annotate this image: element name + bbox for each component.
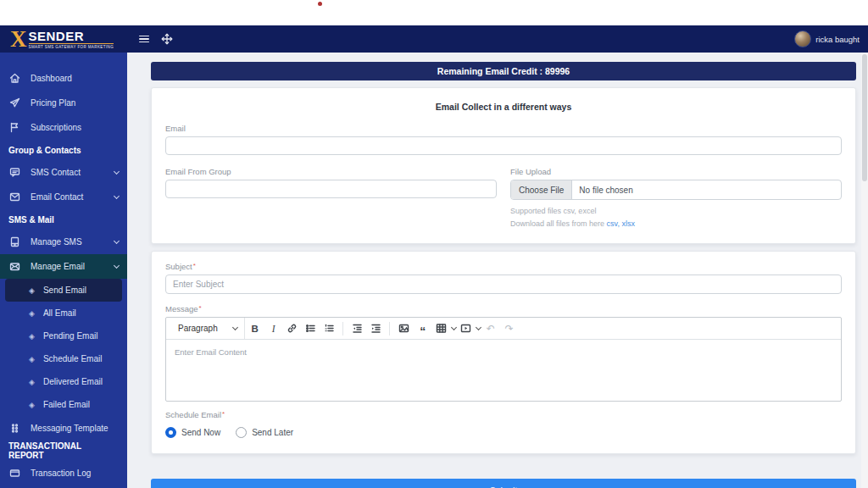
flag-icon — [8, 122, 20, 133]
sidebar-subitem-pending-email[interactable]: ◈ Pending Email — [0, 324, 127, 347]
italic-button[interactable]: I — [265, 320, 282, 337]
main-content: Remaining Email Credit : 89996 Email Col… — [127, 53, 868, 488]
radio-selected-icon — [165, 427, 176, 438]
browser-top-strip — [0, 0, 868, 25]
app-header: X SENDER SMART SMS GATEWAY FOR MARKETING… — [0, 25, 868, 53]
file-upload-input[interactable]: Choose File No file chosen — [510, 180, 842, 200]
remaining-credit-banner: Remaining Email Credit : 89996 — [151, 62, 856, 80]
user-avatar — [794, 30, 811, 47]
required-asterisk: * — [193, 262, 196, 269]
email-from-group-input[interactable] — [165, 180, 497, 198]
media-icon — [458, 320, 475, 337]
sidebar-item-messaging-template[interactable]: Messaging Template — [0, 416, 127, 441]
chevron-down-icon — [114, 192, 120, 198]
bold-button[interactable]: B — [247, 320, 264, 337]
editor-toolbar: Paragraph B I — [166, 318, 841, 340]
submit-button[interactable]: Submit — [151, 479, 856, 488]
sidebar-item-pricing-plan[interactable]: Pricing Plan — [0, 91, 127, 115]
radio-unselected-icon — [236, 427, 247, 438]
sidebar: Dashboard Pricing Plan Subscriptions Gro… — [0, 53, 127, 488]
diamond-icon: ◈ — [29, 332, 35, 341]
mail-open-icon — [8, 261, 20, 272]
logo-name: SENDER — [29, 30, 114, 42]
sidebar-section-transactional-report: TRANSACTIONAL REPORT — [0, 441, 127, 461]
email-from-group-label: Email From Group — [165, 167, 497, 176]
diamond-icon: ◈ — [29, 309, 35, 318]
sidebar-item-manage-email[interactable]: Manage Email — [0, 254, 127, 279]
send-later-radio[interactable]: Send Later — [236, 427, 293, 438]
email-collect-card: Email Collect in a different ways Email … — [151, 87, 856, 244]
record-dot-icon — [318, 2, 322, 6]
sms-device-icon — [8, 236, 20, 247]
chevron-down-icon — [114, 168, 120, 174]
diamond-icon: ◈ — [29, 378, 35, 386]
sidebar-subitem-schedule-email[interactable]: ◈ Schedule Email — [0, 347, 127, 370]
page-scrollbar[interactable] — [861, 53, 868, 488]
chevron-down-icon — [114, 237, 120, 243]
sidebar-item-transaction-log[interactable]: Transaction Log — [0, 461, 127, 485]
card-icon — [8, 468, 20, 479]
sidebar-item-manage-sms[interactable]: Manage SMS — [0, 230, 127, 254]
sidebar-item-email-contact[interactable]: Email Contact — [0, 185, 127, 209]
download-csv-xlsx-link[interactable]: csv, xlsx — [607, 219, 635, 228]
app-logo[interactable]: X SENDER SMART SMS GATEWAY FOR MARKETING — [0, 28, 127, 50]
grid-dots-icon — [8, 423, 20, 434]
toolbar-separator — [389, 322, 390, 336]
diamond-icon: ◈ — [29, 401, 35, 409]
send-now-radio[interactable]: Send Now — [165, 427, 220, 438]
message-editor-area[interactable]: Enter Email Content — [166, 340, 841, 401]
sidebar-item-dashboard[interactable]: Dashboard — [0, 66, 127, 91]
sidebar-subitem-send-email[interactable]: ◈ Send Email — [5, 279, 122, 302]
link-button[interactable] — [284, 320, 301, 337]
toolbar-separator — [342, 322, 343, 336]
logo-tagline: SMART SMS GATEWAY FOR MARKETING — [29, 43, 114, 49]
sidebar-item-sms-contact[interactable]: SMS Contact — [0, 160, 127, 185]
diamond-icon: ◈ — [29, 355, 35, 363]
insert-media-dropdown[interactable] — [456, 320, 481, 337]
paragraph-style-dropdown[interactable]: Paragraph — [171, 318, 245, 339]
compose-email-card: Subject* Message* Paragraph B I — [151, 251, 856, 454]
rich-text-editor: Paragraph B I — [165, 317, 842, 402]
message-label: Message* — [165, 304, 842, 313]
envelope-icon — [8, 191, 20, 202]
download-files-hint: Download all files from here csv, xlsx — [510, 219, 842, 228]
required-asterisk: * — [199, 304, 202, 312]
user-menu[interactable]: ricka baught — [794, 30, 860, 47]
sidebar-section-group-contacts: Group & Contacts — [0, 140, 127, 160]
schedule-email-label: Schedule Email* — [165, 410, 842, 419]
bullet-list-button[interactable] — [303, 320, 320, 337]
file-upload-label: File Upload — [510, 167, 842, 176]
indent-button[interactable] — [368, 320, 385, 337]
collect-card-title: Email Collect in a different ways — [165, 102, 842, 112]
chat-icon — [8, 167, 20, 178]
user-name: ricka baught — [815, 35, 860, 44]
email-input[interactable] — [165, 136, 842, 155]
redo-button[interactable]: ↷ — [501, 320, 518, 337]
paper-plane-icon — [8, 97, 20, 108]
move-arrows-icon[interactable] — [161, 33, 173, 45]
home-icon — [8, 73, 20, 84]
subject-label: Subject* — [165, 262, 842, 271]
menu-toggle-icon[interactable] — [139, 36, 149, 43]
table-icon — [433, 320, 450, 337]
sidebar-subitem-delivered-email[interactable]: ◈ Delivered Email — [0, 370, 127, 393]
scrollbar-thumb[interactable] — [862, 54, 867, 181]
sidebar-item-subscriptions[interactable]: Subscriptions — [0, 115, 127, 140]
required-asterisk: * — [222, 410, 225, 418]
subject-input[interactable] — [165, 274, 842, 294]
chevron-down-icon — [476, 324, 481, 330]
sidebar-subitem-all-email[interactable]: ◈ All Email — [0, 302, 127, 324]
sidebar-subitem-failed-email[interactable]: ◈ Failed Email — [0, 393, 127, 416]
no-file-chosen-text: No file chosen — [579, 186, 632, 195]
blockquote-button[interactable]: “ — [415, 320, 431, 337]
choose-file-button[interactable]: Choose File — [511, 180, 572, 199]
sidebar-section-sms-mail: SMS & Mail — [0, 209, 127, 230]
chevron-down-icon — [232, 324, 238, 330]
outdent-button[interactable] — [349, 320, 366, 337]
supported-files-hint: Supported files csv, excel — [510, 207, 842, 215]
insert-table-dropdown[interactable] — [431, 320, 456, 337]
numbered-list-button[interactable] — [321, 320, 338, 337]
undo-button[interactable]: ↶ — [482, 320, 499, 337]
insert-image-button[interactable] — [396, 320, 413, 337]
email-label: Email — [165, 124, 842, 133]
